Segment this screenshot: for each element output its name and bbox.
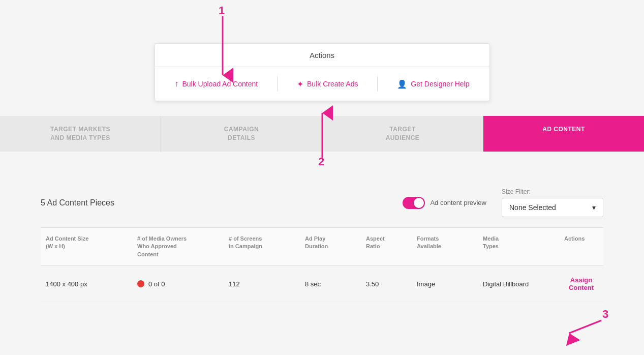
main-content: 5 Ad Content Pieces Ad content preview S… [0, 188, 644, 302]
toggle-wrapper: Ad content preview [403, 197, 486, 209]
th-actions: Actions [559, 235, 603, 258]
toggle-knob [414, 198, 424, 208]
th-duration: Ad PlayDuration [300, 235, 361, 258]
red-dot-indicator [137, 280, 144, 287]
svg-line-7 [569, 320, 601, 333]
td-screens: 112 [224, 280, 300, 288]
svg-text:3: 3 [602, 308, 608, 320]
bulk-upload-button[interactable]: ↑ Bulk Upload Ad Content [174, 79, 258, 88]
actions-buttons-row: ↑ Bulk Upload Ad Content ✦ Bulk Create A… [155, 67, 489, 101]
toggle-label: Ad content preview [430, 199, 486, 206]
chevron-down-icon: ▾ [592, 203, 596, 212]
th-media-types: MediaTypes [478, 235, 559, 258]
size-filter-wrapper: Size Filter: None Selected ▾ [502, 188, 603, 217]
nav-tabs: TARGET MARKETSAND MEDIA TYPES CAMPAIGNDE… [0, 116, 644, 152]
create-ads-icon: ✦ [297, 79, 303, 89]
ad-preview-toggle[interactable] [403, 197, 425, 209]
th-aspect-ratio: AspectRatio [361, 235, 412, 258]
table-wrapper: Ad Content Size(W x H) # of Media Owners… [41, 227, 603, 302]
media-owners-value: 0 of 0 [148, 280, 165, 288]
divider-2 [377, 76, 378, 92]
upload-icon: ↑ [174, 79, 178, 88]
td-media-owners: 0 of 0 [132, 280, 224, 288]
svg-text:1: 1 [219, 4, 225, 17]
table-header: Ad Content Size(W x H) # of Media Owners… [41, 228, 603, 266]
tab-campaign-details[interactable]: CAMPAIGNDETAILS [161, 116, 322, 152]
tab-target-markets[interactable]: TARGET MARKETSAND MEDIA TYPES [0, 116, 161, 152]
size-filter-label: Size Filter: [502, 188, 603, 195]
td-formats: Image [412, 280, 478, 288]
content-header: 5 Ad Content Pieces Ad content preview S… [41, 188, 603, 217]
assign-content-button[interactable]: Assign Content [564, 276, 598, 291]
td-aspect-ratio: 3.50 [361, 280, 412, 288]
td-actions: Assign Content [559, 276, 603, 291]
th-formats: FormatsAvailable [412, 235, 478, 258]
ad-count-label: 5 Ad Content Pieces [41, 198, 114, 208]
td-media-types: Digital Billboard [478, 280, 559, 288]
designer-icon: 👤 [397, 79, 407, 89]
actions-panel-header: Actions [155, 44, 489, 67]
right-controls: Ad content preview Size Filter: None Sel… [403, 188, 603, 217]
actions-panel: Actions ↑ Bulk Upload Ad Content ✦ Bulk … [155, 43, 490, 101]
size-filter-select[interactable]: None Selected ▾ [502, 198, 603, 217]
td-duration: 8 sec [300, 280, 361, 288]
bulk-create-button[interactable]: ✦ Bulk Create Ads [297, 79, 358, 89]
th-media-owners: # of Media OwnersWho ApprovedContent [132, 235, 224, 258]
td-size: 1400 x 400 px [41, 280, 132, 288]
table-row: 1400 x 400 px 0 of 0 112 8 sec 3.50 Imag… [41, 266, 603, 302]
divider-1 [277, 76, 278, 92]
th-screens: # of Screensin Campaign [224, 235, 300, 258]
svg-text:2: 2 [318, 155, 324, 168]
tab-target-audience[interactable]: TARGETAUDIENCE [322, 116, 483, 152]
get-designer-button[interactable]: 👤 Get Designer Help [397, 79, 469, 89]
th-size: Ad Content Size(W x H) [41, 235, 132, 258]
tab-ad-content[interactable]: AD CONTENT [483, 116, 644, 152]
